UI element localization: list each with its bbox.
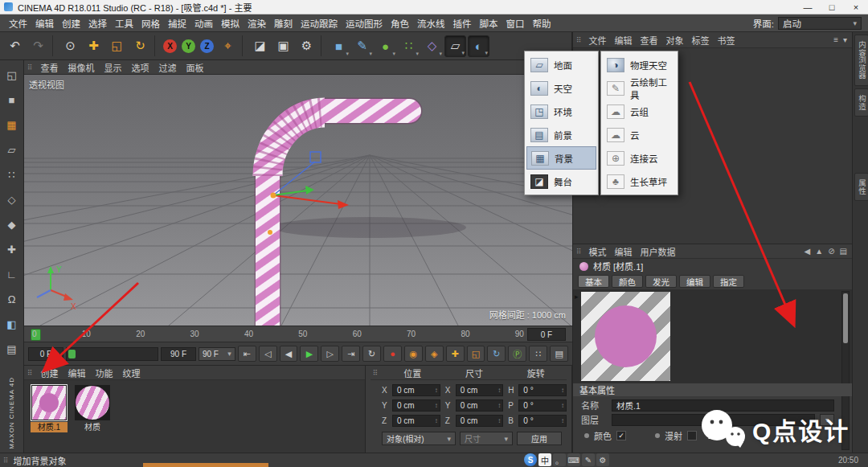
frame-range-slider[interactable] <box>66 347 158 361</box>
y-axis-lock-button[interactable]: Y <box>182 39 195 53</box>
attribute-menu-item[interactable]: 模式 <box>585 245 611 258</box>
menu-item[interactable]: 选择 <box>84 17 111 30</box>
menu-item[interactable]: 动画 <box>190 17 217 30</box>
panel-grip-icon[interactable]: ⠿ <box>27 369 33 377</box>
minimize-button[interactable]: — <box>796 0 820 14</box>
tab-attributes[interactable]: 属性 <box>854 173 868 201</box>
menu-item[interactable]: 网格 <box>137 17 164 30</box>
x-axis-lock-button[interactable]: X <box>163 39 177 53</box>
panel-grip-icon[interactable]: ⠿ <box>576 248 582 256</box>
add-environment-dropdown[interactable]: ▱▾ <box>444 35 466 57</box>
rot-p-field[interactable]: 0 °↕ <box>518 399 567 412</box>
redo-button[interactable]: ↷ <box>27 35 49 57</box>
spinner-icon[interactable]: ↕ <box>561 417 564 424</box>
add-spline-dropdown[interactable]: ✎▾ <box>351 35 373 57</box>
paint-colors-button[interactable]: ◧ <box>2 314 22 334</box>
material-menu-item[interactable]: 创建 <box>36 367 63 379</box>
menu-item[interactable]: 渲染 <box>244 17 270 30</box>
pos-z-field[interactable]: 0 cm↕ <box>392 415 440 427</box>
history-back-icon[interactable]: ◀ <box>805 247 811 256</box>
menu-item[interactable]: 雕刻 <box>270 17 297 30</box>
layers-button[interactable]: ▤ <box>2 339 22 358</box>
spinner-icon[interactable]: ↕ <box>497 387 501 394</box>
menu-item[interactable]: 编辑 <box>31 17 58 30</box>
language-mode-icon[interactable]: 中 <box>538 453 551 466</box>
dropdown-item-cloud-group[interactable]: ☁云组 <box>603 100 676 123</box>
menu-item[interactable]: 流水线 <box>413 17 449 30</box>
panel-grip-icon[interactable]: ⠿ <box>576 36 582 44</box>
autokeying-button[interactable]: ◉ <box>404 346 423 362</box>
loop-playback-button[interactable]: ↻ <box>362 346 381 362</box>
dropdown-item-sky[interactable]: ◐天空 <box>526 76 596 100</box>
menu-item[interactable]: 运动图形 <box>342 17 387 30</box>
goto-start-button[interactable]: ⇤ <box>238 346 256 362</box>
attribute-menu-item[interactable]: 编辑 <box>611 245 637 258</box>
menu-item[interactable]: 帮助 <box>529 17 555 30</box>
menu-item[interactable]: 工具 <box>111 17 137 30</box>
sogou-icon[interactable]: S <box>524 453 537 466</box>
rot-b-field[interactable]: 0 °↕ <box>518 415 567 427</box>
model-mode-button[interactable]: ■ <box>2 90 22 109</box>
maximize-button[interactable]: □ <box>820 0 844 14</box>
coordinate-mode-dropdown[interactable]: 对象(相对)▾ <box>382 432 456 445</box>
material-preview[interactable] <box>581 292 670 381</box>
material-menu-item[interactable]: 纹理 <box>118 367 145 379</box>
dropdown-item-foreground[interactable]: ▤前景 <box>526 123 596 146</box>
next-frame-button[interactable]: ▷ <box>321 346 339 362</box>
view-label[interactable]: 透视视图 <box>29 78 64 91</box>
dropdown-item-floor[interactable]: ▱地面 <box>526 53 596 76</box>
previous-frame-button[interactable]: ◀ <box>280 346 298 362</box>
dropdown-item-connect-clouds[interactable]: ⊕连接云 <box>603 146 676 170</box>
viewport-menu-item[interactable]: 显示 <box>100 61 127 74</box>
parent-up-icon[interactable]: ▲ <box>815 247 823 256</box>
render-settings-button[interactable]: ⚙ <box>296 35 317 57</box>
keyboard-icon[interactable]: ⌨ <box>567 453 580 466</box>
spinner-icon[interactable]: ↕ <box>435 402 438 409</box>
ime-settings-icon[interactable]: ⚙ <box>596 453 609 466</box>
play-button[interactable]: ▶ <box>300 346 318 362</box>
record-scale-button[interactable]: ◱ <box>467 346 485 362</box>
snap-toggle-button[interactable]: Ω <box>2 289 22 309</box>
size-mode-dropdown[interactable]: 尺寸▾ <box>460 432 513 445</box>
keyframe-options-button[interactable]: ▤ <box>550 346 568 362</box>
diffusion-channel-checkbox[interactable] <box>687 431 697 440</box>
range-end-field[interactable]: 90 F <box>161 347 196 361</box>
filter-icon[interactable]: ▾ <box>843 35 847 44</box>
viewport-menu-item[interactable]: 摄像机 <box>63 61 100 74</box>
viewport-menu-item[interactable]: 过滤 <box>154 61 182 74</box>
object-manager-menu-item[interactable]: 文件 <box>585 34 611 47</box>
object-manager-menu-item[interactable]: 查看 <box>637 34 662 47</box>
spinner-icon[interactable]: ↕ <box>561 387 564 394</box>
menu-item[interactable]: 角色 <box>387 17 413 30</box>
material-thumbnail[interactable] <box>31 385 67 420</box>
menu-item[interactable]: 创建 <box>58 17 84 30</box>
material-thumbnail[interactable] <box>75 385 110 420</box>
menu-item[interactable]: 运动跟踪 <box>297 17 342 30</box>
viewport-menu-item[interactable]: 查看 <box>36 61 63 74</box>
goto-end-button[interactable]: ⇥ <box>342 346 360 362</box>
tab-luminance[interactable]: 发光 <box>645 275 677 288</box>
current-frame-field[interactable]: 0 F <box>527 328 566 341</box>
record-pla-button[interactable]: ∷ <box>529 346 547 362</box>
object-manager-menu-item[interactable]: 书签 <box>714 34 739 47</box>
render-picture-viewer-button[interactable]: ▣ <box>272 35 294 57</box>
dropdown-item-grow-grass[interactable]: ♣生长草坪 <box>603 170 676 193</box>
panel-grip-icon[interactable]: ⠿ <box>371 369 380 377</box>
polygons-mode-button[interactable]: ◆ <box>2 215 22 234</box>
layout-grid-icon[interactable]: ▤ <box>840 247 847 256</box>
add-cube-dropdown[interactable]: ■▾ <box>328 35 350 57</box>
previous-key-button[interactable]: ◁ <box>259 346 277 362</box>
spinner-icon[interactable]: ↕ <box>561 402 564 409</box>
menu-item[interactable]: 插件 <box>449 17 476 30</box>
rotate-tool[interactable]: ↻ <box>129 35 151 57</box>
spinner-icon[interactable]: ↕ <box>435 417 438 424</box>
pos-x-field[interactable]: 0 cm↕ <box>392 384 440 396</box>
enable-axis-button[interactable]: ✚ <box>2 240 22 259</box>
preview-marker-icon[interactable]: ▸ <box>575 293 579 301</box>
menu-item[interactable]: 模拟 <box>217 17 244 30</box>
undo-button[interactable]: ↶ <box>4 35 26 57</box>
record-keyframe-button[interactable]: ● <box>383 346 402 362</box>
attribute-menu-item[interactable]: 用户数据 <box>637 245 680 258</box>
rot-h-field[interactable]: 0 °↕ <box>518 384 567 396</box>
material-name[interactable]: 材质.1 <box>31 422 68 432</box>
